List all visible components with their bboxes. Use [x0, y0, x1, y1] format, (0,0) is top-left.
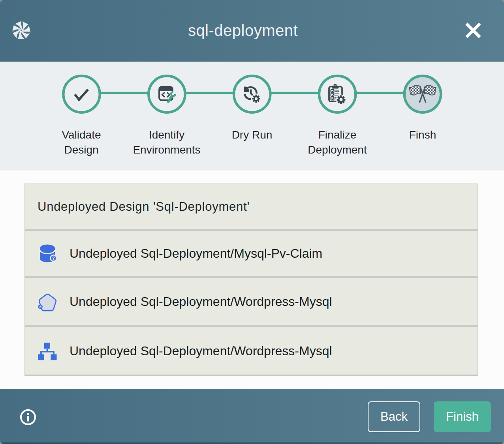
- svg-text:?: ?: [52, 256, 55, 260]
